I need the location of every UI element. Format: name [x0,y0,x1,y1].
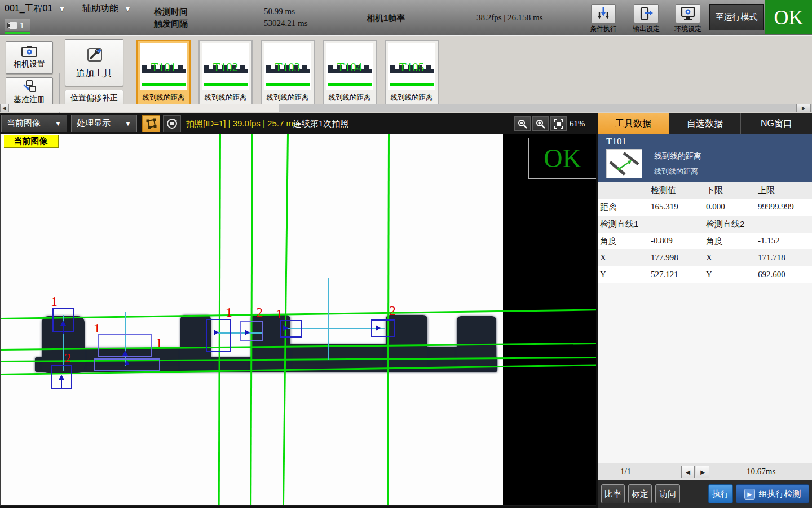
ratio-button[interactable]: 比率 [601,484,625,503]
pagination-bar: 1/1 ◀ ▶ 10.67ms [598,463,812,480]
scrollbar-thumb[interactable] [8,104,279,112]
tab-custom-data[interactable]: 自选数据 [669,113,740,134]
right-arrow-icon: ▶ [802,106,805,111]
col-lower: 下限 [706,185,723,196]
chevron-down-icon: ▼ [55,120,61,128]
edge-direction-arrow-icon [124,360,130,365]
roi-box[interactable] [371,319,395,337]
run-mode-label: 至运行模式 [716,12,758,23]
edge-number-label: 1 [156,335,162,351]
tool-header: T101 线到线的距离 线到线的距离 [598,134,812,182]
table-row-x: X 177.998 X 171.718 [598,249,812,266]
condition-execute-button[interactable] [591,4,616,23]
project-name: 001_工程01 [5,3,52,15]
scan-line [328,278,329,360]
continuous-capture-button[interactable] [163,115,181,132]
environment-settings-button[interactable] [676,4,700,23]
zoom-out-icon [518,119,527,129]
result-text: OK [544,143,581,173]
access-button[interactable]: 访问 [655,484,680,503]
trigger-interval-label: 触发间隔 [154,19,188,29]
current-image-tag: 当前图像 [4,135,59,148]
global-status-text: OK [774,6,804,29]
edge-number-label: 2 [389,303,396,318]
distance-lower: 0.000 [706,202,725,212]
camera-rate-value: 38.2fps | 26.158 ms [476,13,543,23]
table-row-distance: 距离 165.319 0.000 99999.999 [598,199,812,216]
fit-screen-icon [554,119,563,129]
line1-y: 527.121 [651,270,678,279]
line1-header: 检测直线1 [600,219,638,230]
tool-thumb-image: T105 [388,43,435,90]
line2-x: 171.718 [758,253,785,262]
group-execute-button[interactable]: ▶ 组执行检测 [736,484,809,503]
capture-status-text: 连续第1次拍照 [293,119,348,129]
chevron-down-icon: ▼ [125,120,131,128]
edge-direction-arrow-icon [59,375,64,380]
reference-squares-icon [22,80,37,93]
processing-time: 10.67ms [747,467,775,476]
display-mode-select[interactable]: 处理显示 ▼ [71,115,137,132]
overlay-toggle-button[interactable] [142,115,160,132]
tab-tool-data[interactable]: 工具数据 [598,113,669,134]
zoom-in-button[interactable] [532,116,549,131]
tool-thumb-image: T101 [140,43,187,90]
tab-ng-window[interactable]: NG窗口 [740,113,812,134]
position-offset-label: 位置偏移补正 [70,93,118,103]
detect-time-label: 检测时间 [154,7,188,17]
calibrate-button[interactable]: 标定 [628,484,652,503]
tool-name: 线到线的距离 [654,167,698,177]
edge-direction-arrow-icon [283,325,288,331]
line2-y: 692.600 [758,270,785,279]
execute-button[interactable]: 执行 [708,484,733,503]
edge-direction-arrow-icon [376,325,381,331]
image-source-select[interactable]: 当前图像 ▼ [1,115,67,132]
aux-menu-select[interactable]: 辅助功能 ▼ [79,1,135,16]
monitor-gear-icon [681,6,695,21]
roi-box[interactable] [206,319,231,352]
tool-thumb-label: 线到线的距离 [200,93,251,103]
environment-settings-label: 环境设定 [667,24,709,34]
tool-thumb-T103[interactable]: T103 线到线的距离 [261,40,315,107]
camera-setup-button[interactable]: 相机设置 [6,41,53,74]
right-arrow-icon: ▶ [700,469,705,475]
line1-x: 177.998 [651,253,678,262]
play-icon: ▶ [744,489,755,500]
detect-time-value: 50.99 ms [264,7,295,16]
edge-number-label: 2 [256,305,263,320]
tool-thumb-T101[interactable]: T101 线到线的距离 [136,40,191,107]
tool-thumb-id: T101 [140,60,187,75]
tool-thumb-label: 线到线的距离 [262,93,314,103]
edge-number-label: 2 [64,351,71,366]
scroll-right-button[interactable]: ▶ [796,104,811,112]
tool-thumb-id: T104 [326,60,373,75]
wrench-plus-icon [86,46,103,62]
zoom-fit-button[interactable] [550,116,567,131]
roi-box[interactable] [240,321,263,341]
add-tool-button[interactable]: 追加工具 [65,39,123,86]
chevron-down-icon: ▼ [58,5,65,13]
project-select[interactable]: 001_工程01 ▼ [1,1,69,16]
scroll-left-button[interactable]: ◀ [0,104,8,112]
camera-image-view[interactable]: OK [0,134,596,506]
zoom-out-button[interactable] [514,116,531,131]
reference-register-button[interactable]: 基准注册 [6,77,53,108]
edge-number-label: 1 [94,321,100,336]
run-mode-button[interactable]: 至运行模式 [709,4,764,30]
camera-setup-label: 相机设置 [14,59,45,69]
zoom-level-value: 61% [570,119,585,129]
prev-page-button[interactable]: ◀ [681,466,695,478]
next-page-button[interactable]: ▶ [696,466,709,478]
camera-tab-1[interactable]: 1 [5,19,30,32]
video-camera-icon [7,22,17,29]
page-indicator: 1/1 [620,467,631,476]
camera-tab-number: 1 [20,21,24,30]
output-settings-button[interactable] [634,4,659,23]
tool-thumb-T102[interactable]: T102 线到线的距离 [198,40,253,107]
tool-thumb-T105[interactable]: T105 线到线的距离 [385,40,439,107]
edge-direction-arrow-icon [214,330,219,335]
tool-thumb-T104[interactable]: T104 线到线的距离 [323,40,377,107]
distance-value: 165.319 [651,202,678,212]
tool-thumb-id: T103 [264,60,311,75]
work-toolbar: 相机设置 基准注册 追加工具 位置偏移补正 [0,35,812,113]
